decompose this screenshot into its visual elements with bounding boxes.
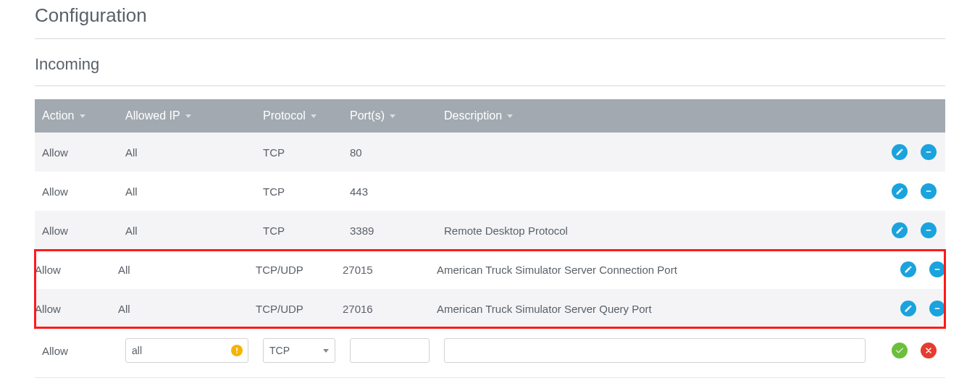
remove-rule-button[interactable] [921, 144, 937, 160]
table-row: Allow All TCP/UDP 27015 American Truck S… [35, 250, 945, 289]
cell-ports: 27016 [343, 289, 437, 328]
sort-caret-icon [390, 114, 395, 118]
column-header-description[interactable]: Description [437, 99, 873, 133]
cell-ports: 443 [343, 172, 437, 211]
cell-description: American Truck Simulator Server Connecti… [437, 250, 873, 289]
cell-protocol: TCP [256, 172, 343, 211]
firewall-rules-table: Action Allowed IP Protocol Port(s) Descr… [35, 99, 945, 328]
protocol-select[interactable]: TCP [263, 338, 335, 363]
cell-description [437, 172, 873, 211]
section-title: Incoming [35, 39, 945, 86]
cell-ports: 27015 [343, 250, 437, 289]
edit-rule-button[interactable] [900, 261, 916, 277]
table-row: Allow All TCP/UDP 27016 American Truck S… [35, 289, 945, 328]
cell-action: Allow [35, 289, 118, 328]
add-rule-action-label: Allow [35, 345, 118, 357]
cell-ip: All [118, 289, 256, 328]
column-header-description-label: Description [444, 109, 502, 122]
description-input[interactable] [444, 338, 866, 363]
protocol-select-value: TCP [269, 345, 290, 356]
cell-protocol: TCP [256, 211, 343, 250]
remove-rule-button[interactable] [929, 301, 945, 316]
sort-caret-icon [80, 114, 85, 118]
cancel-add-button[interactable] [921, 343, 937, 358]
cell-description: American Truck Simulator Server Query Po… [437, 289, 873, 328]
edit-rule-button[interactable] [892, 183, 908, 199]
column-header-protocol[interactable]: Protocol [256, 99, 343, 133]
svg-rect-4 [935, 308, 940, 309]
column-header-ip[interactable]: Allowed IP [118, 99, 256, 133]
column-header-protocol-label: Protocol [263, 109, 306, 122]
page-title: Configuration [35, 0, 945, 39]
column-header-ports[interactable]: Port(s) [343, 99, 437, 133]
confirm-add-button[interactable] [892, 343, 908, 358]
cell-ports: 80 [343, 133, 437, 172]
table-row: Allow All TCP 80 [35, 133, 945, 172]
warning-icon: ! [231, 345, 243, 356]
table-row: Allow All TCP 443 [35, 172, 945, 211]
edit-rule-button[interactable] [892, 144, 908, 160]
cell-protocol: TCP/UDP [256, 250, 343, 289]
port-input[interactable] [350, 338, 430, 363]
edit-rule-button[interactable] [900, 301, 916, 316]
cell-action: Allow [35, 211, 118, 250]
column-header-action-label: Action [42, 109, 74, 122]
remove-rule-button[interactable] [921, 222, 937, 238]
check-icon [895, 346, 904, 355]
cell-ports: 3389 [343, 211, 437, 250]
cell-action: Allow [35, 172, 118, 211]
sort-caret-icon [311, 114, 317, 118]
cell-action: Allow [35, 250, 118, 289]
cell-description [437, 133, 873, 172]
svg-rect-3 [935, 269, 940, 270]
add-rule-row: Allow ! TCP [35, 328, 945, 378]
column-header-ip-label: Allowed IP [125, 109, 180, 122]
svg-rect-2 [926, 230, 931, 231]
allowed-ip-input[interactable] [125, 338, 248, 363]
sort-caret-icon [185, 114, 191, 118]
sort-caret-icon [507, 114, 513, 118]
column-header-action[interactable]: Action [35, 99, 118, 133]
cell-protocol: TCP [256, 133, 343, 172]
table-row: Allow All TCP 3389 Remote Desktop Protoc… [35, 211, 945, 250]
svg-rect-0 [926, 151, 931, 153]
svg-rect-1 [926, 190, 931, 192]
cell-protocol: TCP/UDP [256, 289, 343, 328]
cell-ip: All [118, 133, 256, 172]
close-icon [924, 346, 933, 355]
highlighted-rules-group: Allow All TCP/UDP 27015 American Truck S… [35, 250, 945, 328]
cell-description: Remote Desktop Protocol [437, 211, 873, 250]
edit-rule-button[interactable] [892, 222, 908, 238]
remove-rule-button[interactable] [929, 261, 945, 277]
chevron-down-icon [323, 349, 329, 353]
column-header-ports-label: Port(s) [350, 109, 385, 122]
cell-ip: All [118, 211, 256, 250]
cell-ip: All [118, 250, 256, 289]
cell-ip: All [118, 172, 256, 211]
remove-rule-button[interactable] [921, 183, 937, 199]
cell-action: Allow [35, 133, 118, 172]
